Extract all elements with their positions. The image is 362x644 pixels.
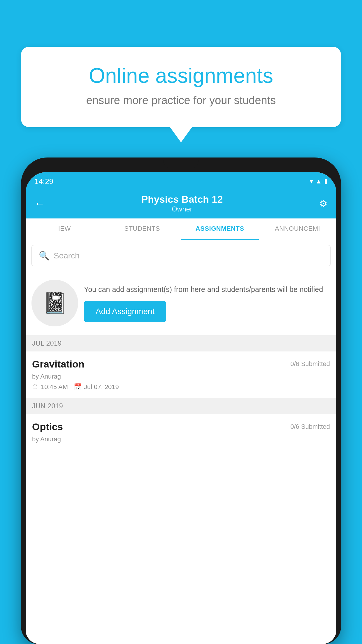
section-header-jul: JUL 2019	[26, 335, 336, 351]
settings-icon[interactable]: ⚙	[319, 198, 328, 209]
assignment-item-gravitation[interactable]: Gravitation 0/6 Submitted by Anurag ⏱ 10…	[26, 351, 336, 398]
add-assignment-description: You can add assignment(s) from here and …	[84, 284, 331, 295]
assignment-item-optics[interactable]: Optics 0/6 Submitted by Anurag	[26, 414, 336, 450]
status-bar: 14:29 ▾ ▲ ▮	[26, 172, 336, 188]
notebook-icon-circle: 📓	[31, 280, 78, 326]
tab-assignments[interactable]: ASSIGNMENTS	[181, 218, 259, 240]
assignment-row-optics: Optics 0/6 Submitted	[32, 421, 330, 433]
status-icons: ▾ ▲ ▮	[310, 178, 328, 185]
speech-bubble-subtitle: ensure more practice for your students	[44, 94, 318, 107]
battery-icon: ▮	[324, 178, 328, 185]
assignment-meta-optics: by Anurag	[32, 435, 330, 443]
assignment-name-gravitation: Gravitation	[32, 358, 84, 370]
search-icon: 🔍	[39, 251, 50, 261]
search-bar[interactable]: 🔍 Search	[31, 245, 331, 266]
wifi-icon: ▾	[310, 178, 313, 185]
app-header: ← Physics Batch 12 Owner ⚙	[26, 188, 336, 218]
assignment-by-optics: by Anurag	[32, 435, 61, 443]
assignment-by-gravitation: by Anurag	[32, 373, 61, 380]
tab-students[interactable]: STUDENTS	[103, 218, 181, 240]
search-container: 🔍 Search	[26, 240, 336, 271]
phone-notch	[164, 158, 198, 169]
assignment-submitted-optics: 0/6 Submitted	[290, 423, 330, 430]
assignment-meta-gravitation: by Anurag	[32, 373, 330, 380]
header-center: Physics Batch 12 Owner	[45, 194, 319, 213]
signal-icon: ▲	[315, 178, 322, 185]
assignment-date-gravitation: 📅 Jul 07, 2019	[74, 383, 119, 391]
status-time: 14:29	[34, 177, 53, 186]
assignment-date-value: Jul 07, 2019	[84, 383, 119, 391]
assignment-submitted-gravitation: 0/6 Submitted	[290, 360, 330, 368]
back-button[interactable]: ←	[34, 197, 45, 210]
assignment-datetime-gravitation: ⏱ 10:45 AM 📅 Jul 07, 2019	[32, 383, 330, 391]
phone-screen: 14:29 ▾ ▲ ▮ ← Physics Batch 12 Owner ⚙ I…	[26, 172, 336, 644]
header-subtitle: Owner	[45, 205, 319, 213]
assignment-row: Gravitation 0/6 Submitted	[32, 358, 330, 370]
tab-overview[interactable]: IEW	[26, 218, 103, 240]
section-header-jun: JUN 2019	[26, 398, 336, 414]
notebook-icon: 📓	[42, 291, 68, 315]
calendar-icon: 📅	[74, 383, 82, 391]
assignment-time-value: 10:45 AM	[41, 383, 68, 391]
add-assignment-section: 📓 You can add assignment(s) from here an…	[26, 271, 336, 335]
speech-bubble-title: Online assignments	[44, 64, 318, 87]
clock-icon: ⏱	[32, 383, 38, 391]
assignment-time-gravitation: ⏱ 10:45 AM	[32, 383, 68, 391]
tabs-bar: IEW STUDENTS ASSIGNMENTS ANNOUNCEMI	[26, 218, 336, 240]
add-assignment-right: You can add assignment(s) from here and …	[84, 284, 331, 322]
content-area: 🔍 Search 📓 You can add assignment(s) fro…	[26, 240, 336, 644]
header-title: Physics Batch 12	[45, 194, 319, 205]
add-assignment-button[interactable]: Add Assignment	[84, 301, 166, 322]
phone-frame: 14:29 ▾ ▲ ▮ ← Physics Batch 12 Owner ⚙ I…	[21, 158, 341, 644]
assignment-name-optics: Optics	[32, 421, 63, 433]
speech-bubble-container: Online assignments ensure more practice …	[21, 47, 341, 127]
search-placeholder: Search	[54, 251, 80, 260]
speech-bubble: Online assignments ensure more practice …	[21, 47, 341, 127]
tab-announcements[interactable]: ANNOUNCEMI	[259, 218, 337, 240]
